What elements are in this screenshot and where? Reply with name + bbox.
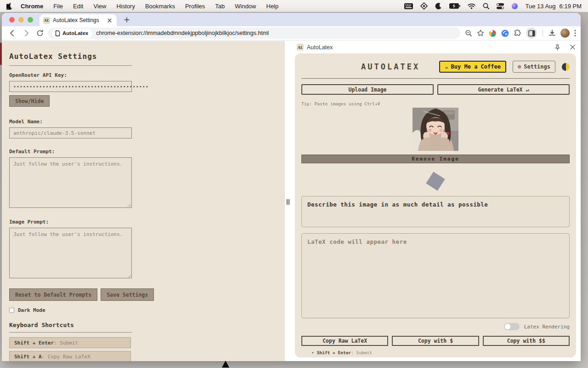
macos-menubar: Chrome File Edit View History Bookmarks … — [0, 0, 588, 12]
autolatex-panel-card: AUTOLATEX ☕ Buy Me a Coffee ⚙ Settings — [295, 53, 576, 357]
paste-tip-text: Tip: Paste images using Ctrl+V — [301, 101, 570, 106]
remove-image-button[interactable]: Remove Image — [301, 155, 570, 163]
zoom-window-button[interactable] — [28, 17, 33, 23]
pin-icon[interactable] — [554, 44, 560, 51]
latex-rendering-label: Latex Rendering — [524, 324, 570, 330]
downloads-icon[interactable] — [548, 29, 556, 37]
zoom-icon[interactable] — [465, 29, 472, 37]
bookmark-star-icon[interactable] — [477, 29, 484, 37]
copy-single-dollar-button[interactable]: Copy with $ — [392, 336, 479, 346]
buy-coffee-button[interactable]: ☕ Buy Me a Coffee — [439, 61, 506, 73]
wifi-icon[interactable] — [468, 3, 475, 9]
model-name-input[interactable]: anthropic/claude-3.5-sonnet — [9, 127, 132, 138]
apple-menu-icon[interactable] — [6, 3, 12, 10]
menu-bookmarks[interactable]: Bookmarks — [145, 3, 175, 10]
back-button[interactable] — [6, 27, 18, 39]
menu-help[interactable]: Help — [266, 3, 279, 10]
default-prompt-label: Default Prompt: — [9, 149, 285, 155]
profile-avatar[interactable] — [560, 29, 570, 38]
describe-image-textarea[interactable]: Describe this image in as much detail as… — [301, 196, 570, 227]
browser-window: AL AutoLatex Settings — [2, 13, 581, 361]
battery-icon[interactable] — [449, 3, 460, 9]
extensions-puzzle-icon[interactable] — [514, 29, 521, 37]
menu-tab[interactable]: Tab — [215, 3, 225, 10]
window-controls — [9, 17, 33, 23]
keyboard-icon[interactable] — [404, 3, 413, 9]
resize-grip-icon[interactable] — [127, 273, 131, 277]
generate-latex-button[interactable]: Generate LaTeX ↵ — [437, 84, 570, 95]
panel-divider — [285, 41, 291, 361]
side-panel-toggle-active[interactable] — [526, 28, 537, 39]
image-prompt-textarea[interactable]: Just follow the user's instructions. — [9, 228, 132, 278]
brand-title: AUTOLATEX — [361, 62, 420, 71]
model-name-label: Model Name: — [9, 119, 285, 125]
dark-mode-checkbox[interactable] — [9, 308, 14, 313]
uploaded-image-preview[interactable] — [413, 108, 458, 151]
menu-edit[interactable]: Edit — [73, 3, 83, 10]
keyboard-shortcuts-title: Keyboard Shortcuts — [9, 322, 285, 328]
gear-icon: ⚙ — [518, 63, 521, 70]
forward-button[interactable] — [20, 27, 32, 39]
image-prompt-label: Image Prompt: — [9, 219, 285, 225]
menu-file[interactable]: File — [53, 3, 63, 10]
extension-page-icon — [55, 30, 60, 36]
menu-history[interactable]: History — [116, 3, 135, 10]
minimize-window-button[interactable] — [18, 17, 24, 23]
extension-swirl-icon[interactable] — [501, 29, 509, 37]
mouse-cursor — [222, 361, 229, 368]
api-key-input[interactable]: ••••••••••••••••••••••••••••••••••••••••… — [9, 81, 132, 92]
show-hide-button[interactable]: Show/Hide — [9, 95, 50, 107]
menu-view[interactable]: View — [93, 3, 106, 10]
panel-resize-handle[interactable] — [287, 199, 289, 205]
browser-toolbar: AutoLatex chrome-extension://immadebdmnd… — [2, 26, 581, 40]
default-prompt-text: Just follow the user's instructions. — [13, 161, 123, 167]
address-bar[interactable]: AutoLatex chrome-extension://immadebdmnd… — [48, 28, 460, 39]
control-center-icon[interactable] — [497, 3, 504, 9]
panel-shortcut-list: Shift + Enter: Submit Shift + A: Copy Ra… — [301, 350, 570, 357]
close-panel-icon[interactable] — [570, 45, 575, 50]
app-diamond-icon[interactable] — [420, 2, 428, 10]
panel-header-title: AutoLatex — [307, 44, 333, 51]
menu-window[interactable]: Window — [235, 3, 256, 10]
list-item: Shift + A: Copy Raw LaTeX — [311, 356, 570, 357]
siri-icon[interactable] — [511, 3, 518, 10]
side-panel-icon — [528, 30, 535, 37]
latex-output-textarea[interactable]: LaTeX code will appear here — [301, 233, 570, 318]
page-title: AutoLatex Settings — [9, 52, 285, 61]
tab-favicon: AL — [43, 17, 50, 24]
do-not-disturb-moon-icon[interactable] — [435, 3, 442, 10]
menu-profiles[interactable]: Profiles — [185, 3, 205, 10]
reload-button[interactable] — [34, 27, 46, 39]
resize-grip-icon[interactable] — [127, 203, 131, 207]
url-text[interactable]: chrome-extension://immadebdmndekjppbolji… — [96, 30, 269, 36]
copy-double-dollar-button[interactable]: Copy with $$ — [483, 336, 570, 346]
extension-colorful-icon[interactable] — [489, 29, 497, 37]
desktop-background: Chrome File Edit View History Bookmarks … — [0, 0, 588, 368]
shortcut-keys: Shift + A — [14, 354, 42, 360]
kebab-menu-icon[interactable] — [574, 29, 576, 37]
spotlight-search-icon[interactable] — [483, 3, 489, 9]
new-tab-button[interactable] — [121, 14, 132, 25]
default-prompt-textarea[interactable]: Just follow the user's instructions. — [9, 157, 132, 208]
latex-rendering-toggle[interactable] — [504, 323, 520, 330]
title-divider — [9, 65, 132, 66]
panel-settings-button[interactable]: ⚙ Settings — [513, 61, 555, 73]
upload-image-button[interactable]: Upload Image — [301, 84, 434, 95]
api-key-label: OpenRouter API Key: — [9, 72, 285, 78]
brand-divider — [301, 78, 570, 79]
dark-mode-toggle-icon[interactable] — [562, 63, 570, 71]
shortcuts-divider — [9, 332, 132, 333]
extension-name-chip[interactable]: AutoLatex — [52, 29, 92, 38]
tab-close-icon[interactable] — [106, 17, 113, 24]
side-panel-header: AL AutoLatex — [291, 41, 581, 53]
menubar-clock[interactable]: Tue 13 Aug6:19 PM — [526, 3, 582, 10]
reset-prompts-button[interactable]: Reset to Default Prompts — [9, 288, 97, 301]
copy-raw-latex-button[interactable]: Copy Raw LaTeX — [301, 336, 388, 346]
save-settings-button[interactable]: Save Settings — [101, 288, 154, 301]
image-prompt-text: Just follow the user's instructions. — [13, 231, 123, 237]
browser-tab[interactable]: AL AutoLatex Settings — [40, 14, 117, 26]
menu-chrome[interactable]: Chrome — [21, 3, 43, 10]
close-window-button[interactable] — [9, 17, 15, 23]
shortcut-keys: Shift + Enter — [14, 340, 54, 346]
loading-spinner — [426, 172, 445, 190]
